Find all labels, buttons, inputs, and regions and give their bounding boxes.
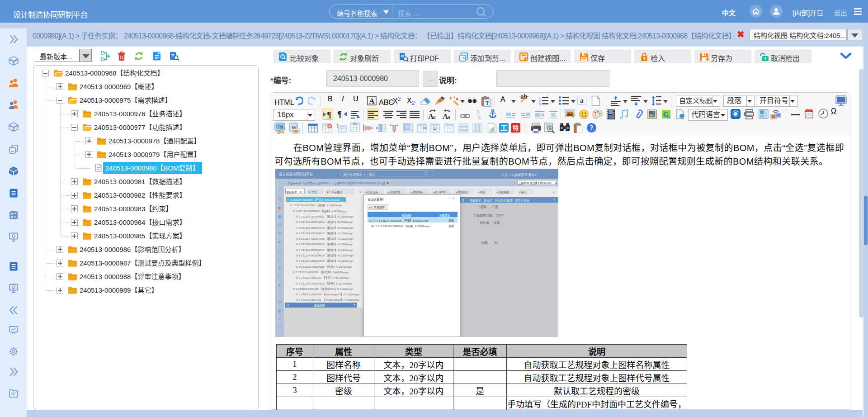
svg-text:G: G — [663, 111, 669, 118]
svg-text:a: a — [433, 114, 436, 120]
svg-text:A: A — [369, 97, 375, 105]
svg-text:a: a — [448, 114, 450, 120]
svg-text:3: 3 — [539, 102, 541, 105]
svg-text:T: T — [486, 100, 490, 106]
svg-text:¶: ¶ — [337, 110, 342, 118]
svg-text:¶: ¶ — [327, 110, 331, 119]
svg-text:?: ? — [590, 124, 594, 132]
